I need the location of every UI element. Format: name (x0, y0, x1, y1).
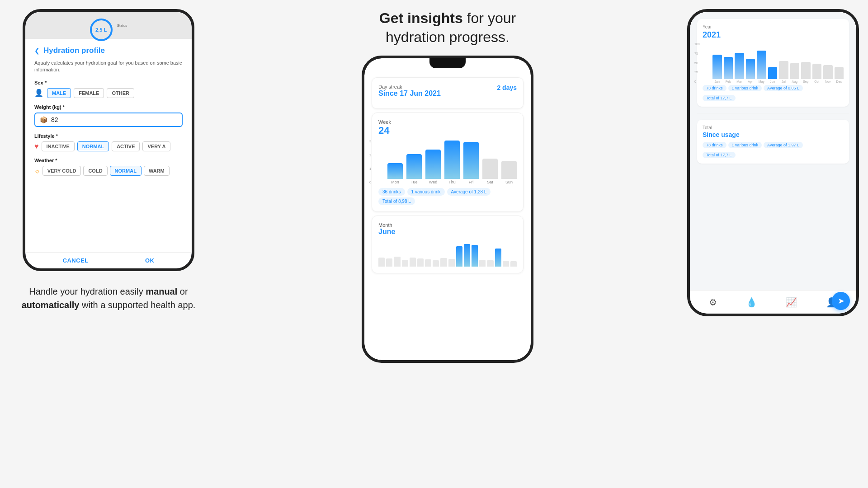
bar-sun (501, 161, 517, 179)
week-label: Week (378, 119, 517, 125)
year-total-chip: Total of 17,7 L (703, 95, 736, 101)
year-bar-col-apr: Apr (746, 59, 755, 83)
year-card: Year 2021 100 75 50 25 0 (697, 19, 849, 107)
day-streak-since: Since 17 Jun 2021 (378, 89, 441, 98)
sex-other-button[interactable]: OTHER (107, 88, 134, 98)
right-section: Year 2021 100 75 50 25 0 (678, 0, 868, 488)
total-chip-various: 1 various drink (728, 142, 762, 148)
mid-scroll-content: Day streak Since 17 Jun 2021 2 days Week… (364, 71, 531, 360)
fab-button[interactable]: ➤ (832, 292, 850, 310)
lifestyle-row: Lifestyle * ♥ INACTIVE NORMAL ACTIVE VER… (34, 133, 183, 151)
month-bar-9 (440, 258, 447, 267)
year-chart-wrap: 100 75 50 25 0 Jan (703, 42, 844, 83)
year-bar-col-feb: Feb (724, 57, 733, 83)
month-bar-10 (448, 259, 455, 267)
divider (697, 113, 849, 113)
bar-thu (444, 141, 460, 179)
week-chip-various: 1 various drink (407, 188, 445, 196)
month-bar-17 (503, 261, 509, 267)
cancel-button[interactable]: CANCEL (63, 257, 89, 264)
month-bar-2 (386, 258, 392, 267)
phone-middle: Day streak Since 17 Jun 2021 2 days Week… (362, 56, 533, 363)
month-name: June (378, 228, 517, 236)
headline-bold: Get insights (379, 10, 463, 26)
bottom-nav: ⚙ 💧 📈 👤 ➤ (690, 290, 856, 314)
status-circle: 2,5 L (90, 19, 113, 41)
bar-col-mon: Mon (387, 163, 403, 184)
lifestyle-normal-button[interactable]: NORMAL (77, 141, 109, 151)
drop-icon[interactable]: 💧 (746, 297, 757, 308)
profile-header: ❮ Hydration profile (34, 46, 183, 55)
year-bar-col-jan: Jan (712, 55, 722, 83)
month-bar-15 (487, 260, 493, 267)
status-label: Status (117, 23, 127, 28)
day-streak-label: Day streak (378, 84, 441, 89)
middle-section: Get insights for yourhydration progress.… (217, 0, 678, 488)
week-bar-chart: Mon Tue Wed (387, 139, 517, 184)
days-badge: 2 days (497, 84, 517, 91)
bar-label-mon: Mon (391, 180, 399, 184)
week-chart-wrap: 3 2 1 0 Mon Tue (378, 139, 517, 184)
bar-col-sun: Sun (501, 161, 517, 184)
year-bar-col-aug: Aug (790, 63, 800, 83)
weather-very-cold-button[interactable]: VERY COLD (42, 166, 81, 176)
sex-label: Sex * (34, 80, 183, 85)
phone-notch (429, 58, 466, 68)
weather-cold-button[interactable]: COLD (83, 166, 107, 176)
year-bar-oct (812, 64, 822, 79)
year-chip-drinks: 73 drinks (703, 85, 726, 91)
month-bar-18 (510, 261, 517, 267)
settings-icon[interactable]: ⚙ (709, 297, 717, 308)
week-total-chip: Total of 8,98 L (378, 197, 415, 205)
bar-label-tue: Tue (410, 180, 417, 184)
phone-right: Year 2021 100 75 50 25 0 (687, 9, 859, 316)
sex-male-button[interactable]: MALE (47, 88, 71, 98)
weather-warm-button[interactable]: WARM (144, 166, 170, 176)
lifestyle-btn-group: ♥ INACTIVE NORMAL ACTIVE VERY A (34, 141, 183, 151)
year-bar-sep (801, 62, 811, 79)
total-chip-drinks: 73 drinks (703, 142, 726, 148)
year-bar-mar (735, 53, 744, 79)
weather-normal-button[interactable]: NORMAL (110, 166, 142, 176)
year-label: Year (703, 24, 844, 29)
month-bar-3 (394, 257, 400, 267)
profile-card: ❮ Hydration profile Aquafy calculates yo… (25, 39, 192, 252)
phone-left-inner: 2,5 L Status ❮ Hydration profile Aquafy … (25, 12, 192, 268)
profile-title: Hydration profile (43, 46, 105, 55)
year-bar-chart: Jan Feb Mar (712, 42, 844, 83)
left-bottom-text: Handle your hydration easily manual or a… (0, 271, 217, 325)
year-chip-average: Average of 0,05 L (764, 85, 803, 91)
sex-btn-group: MALE FEMALE OTHER (47, 88, 134, 98)
bar-label-fri: Fri (469, 180, 474, 184)
chart-icon[interactable]: 📈 (786, 297, 797, 308)
bar-tue (406, 154, 422, 179)
month-bar-4 (402, 260, 408, 267)
chevron-icon: ❮ (34, 47, 40, 54)
right-content: Year 2021 100 75 50 25 0 (690, 12, 856, 290)
lifestyle-very-active-button[interactable]: VERY A (142, 141, 170, 151)
bar-label-sun: Sun (505, 180, 513, 184)
lifestyle-active-button[interactable]: ACTIVE (112, 141, 140, 151)
year-bar-jul (779, 61, 788, 79)
month-bar-14 (479, 260, 486, 267)
weight-input[interactable]: 📦 82 (34, 113, 183, 127)
bar-wed (425, 150, 441, 179)
week-chip-drinks: 36 drinks (378, 188, 405, 196)
day-streak-header: Day streak Since 17 Jun 2021 2 days (378, 84, 517, 98)
year-bar-nov (823, 65, 833, 79)
year-bar-col-may: May (757, 51, 766, 83)
year-bar-col-dec: Dec (835, 67, 844, 83)
status-amount: 2,5 L (95, 27, 107, 33)
month-label: Month (378, 222, 517, 228)
day-streak-info: Day streak Since 17 Jun 2021 (378, 84, 441, 98)
lifestyle-inactive-button[interactable]: INACTIVE (42, 141, 75, 151)
ok-button[interactable]: OK (145, 257, 155, 264)
middle-headline: Get insights for yourhydration progress. (379, 9, 516, 47)
bar-label-thu: Thu (448, 180, 456, 184)
sex-female-button[interactable]: FEMALE (74, 88, 104, 98)
month-bar-12 (464, 244, 470, 267)
bar-col-sat: Sat (482, 159, 498, 184)
weather-btn-group: ☼ VERY COLD COLD NORMAL WARM (34, 166, 183, 176)
total-chip-average: Average of 1,97 L (764, 142, 803, 148)
month-bar-1 (378, 258, 385, 267)
